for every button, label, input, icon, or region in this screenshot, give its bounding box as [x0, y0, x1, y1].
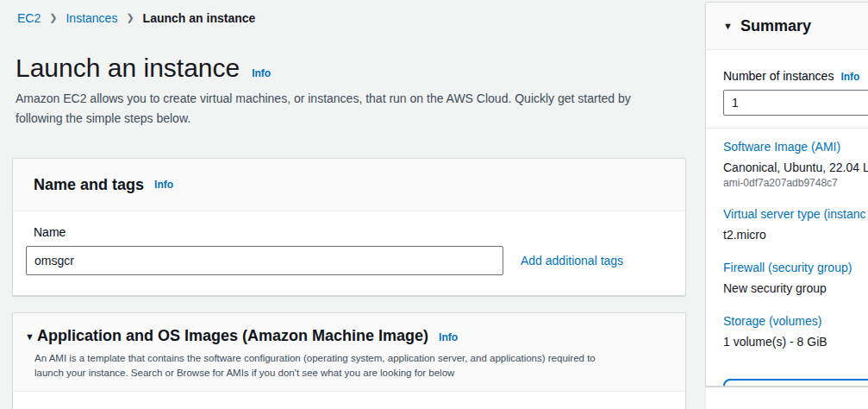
summary-header[interactable]: ▼ Summary	[706, 3, 868, 50]
page-header: Launch an instance Info	[16, 53, 271, 83]
server-type-link[interactable]: Virtual server type (instanc	[723, 206, 868, 222]
instance-name-input[interactable]	[26, 246, 503, 275]
number-of-instances-info-link[interactable]: Info	[840, 71, 859, 83]
number-of-instances-group: Number of instances Info	[706, 50, 868, 129]
summary-footer	[705, 387, 868, 409]
chevron-right-icon: ❯	[49, 12, 57, 23]
breadcrumb-current: Launch an instance	[143, 11, 256, 25]
server-type-value: t2.micro	[723, 227, 868, 242]
name-and-tags-info-link[interactable]: Info	[154, 179, 173, 191]
page-description-line: Amazon EC2 allows you to create virtual …	[16, 89, 631, 109]
page-description: Amazon EC2 allows you to create virtual …	[16, 89, 631, 129]
chevron-right-icon: ❯	[126, 12, 134, 23]
breadcrumb-ec2[interactable]: EC2	[17, 11, 41, 25]
software-image-ami-id: ami-0df7a207adb9748c7	[723, 177, 868, 189]
page-description-line: following the simple steps below.	[16, 109, 631, 129]
name-and-tags-body: Name Add additional tags	[13, 211, 685, 275]
firewall-value: New security group	[723, 280, 868, 296]
breadcrumb-instances[interactable]: Instances	[66, 11, 117, 25]
name-and-tags-section: Name and tags Info Name Add additional t…	[12, 158, 686, 296]
ami-section-description: An AMI is a template that contains the s…	[34, 351, 665, 381]
number-of-instances-label: Number of instances	[723, 69, 834, 83]
breadcrumb: EC2 ❯ Instances ❯ Launch an instance	[17, 11, 255, 25]
firewall-link[interactable]: Firewall (security group)	[723, 260, 868, 275]
software-image-name: Canonical, Ubuntu, 22.04 L	[723, 160, 868, 175]
ami-info-link[interactable]: Info	[439, 331, 458, 343]
name-and-tags-header: Name and tags Info	[13, 159, 685, 211]
ami-section-title: Application and OS Images (Amazon Machin…	[37, 327, 428, 345]
caret-down-icon[interactable]: ▼	[723, 22, 733, 31]
software-image-link[interactable]: Software Image (AMI)	[723, 139, 868, 154]
name-and-tags-title: Name and tags	[34, 176, 144, 194]
page-info-link[interactable]: Info	[252, 67, 271, 79]
free-tier-alert	[723, 379, 868, 387]
storage-link[interactable]: Storage (volumes)	[723, 313, 868, 329]
add-additional-tags-link[interactable]: Add additional tags	[521, 254, 623, 267]
launch-instance-page: EC2 ❯ Instances ❯ Launch an instance Lau…	[0, 0, 868, 409]
storage-value: 1 volume(s) - 8 GiB	[723, 334, 868, 349]
summary-details: Software Image (AMI) Canonical, Ubuntu, …	[706, 129, 868, 349]
caret-down-icon[interactable]: ▼	[25, 332, 34, 342]
page-title: Launch an instance	[16, 53, 240, 83]
summary-title: Summary	[740, 17, 811, 35]
ami-section: ▼ Application and OS Images (Amazon Mach…	[12, 312, 686, 409]
name-field-label: Name	[26, 225, 685, 239]
summary-panel: ▼ Summary Number of instances Info Softw…	[705, 2, 868, 387]
ami-description-line: launch your instance. Search or Browse f…	[34, 366, 665, 381]
number-of-instances-input[interactable]	[723, 90, 868, 116]
ami-section-body	[13, 392, 685, 409]
ami-section-header[interactable]: ▼ Application and OS Images (Amazon Mach…	[13, 313, 685, 392]
ami-description-line: An AMI is a template that contains the s…	[34, 351, 665, 366]
